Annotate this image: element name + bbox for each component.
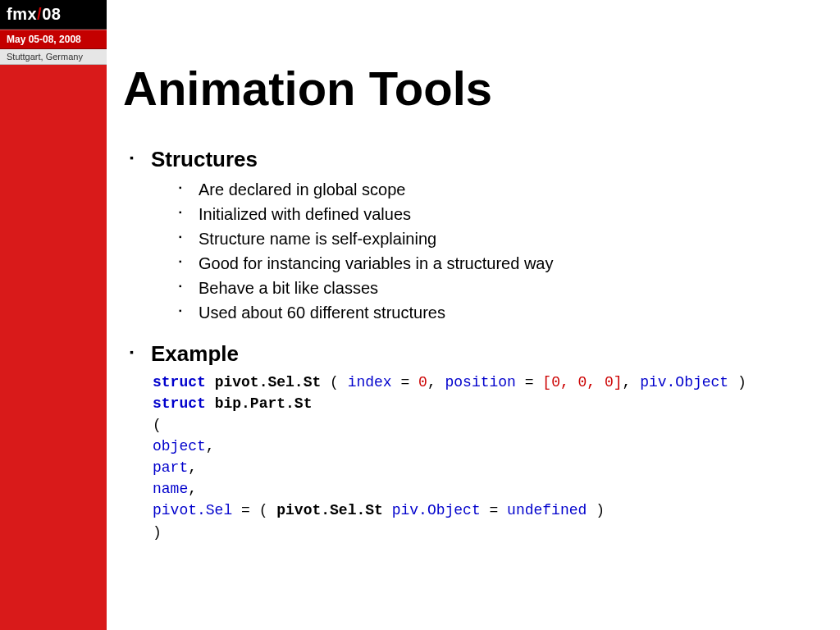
list-item: Used about 60 different structures (179, 300, 824, 325)
code-punct: , (206, 438, 215, 454)
code-var: piv.Object (640, 374, 728, 390)
code-struct-name: pivot.Sel.St (276, 502, 383, 518)
logo-text-pre: fmx (7, 5, 37, 23)
code-var: position (445, 374, 516, 390)
list-item: Good for instancing variables in a struc… (179, 251, 824, 276)
logo-date: May 05-08, 2008 (0, 30, 107, 49)
code-punct: ( (259, 502, 277, 518)
code-punct: = (481, 502, 507, 518)
code-punct: , (188, 481, 197, 497)
code-var: undefined (507, 502, 587, 518)
list-item: Structure name is self-explaining (179, 226, 824, 251)
code-punct: ) (153, 524, 162, 541)
section-structures: Structures Are declared in global scope … (123, 147, 824, 325)
list-item: Behave a bit like classes (179, 276, 824, 300)
logo-text-post: 08 (42, 5, 61, 23)
structures-bullets: Are declared in global scope Initialized… (151, 177, 824, 325)
code-punct: ( (153, 417, 162, 433)
code-struct-name: bip.Part.St (215, 395, 313, 412)
code-var: pivot.Sel (153, 502, 232, 518)
code-punct: , (623, 374, 641, 390)
code-punct: , (427, 374, 445, 390)
code-var: piv.Object (392, 502, 481, 518)
code-var: name (153, 481, 188, 497)
code-punct (383, 502, 392, 518)
section-example: Example struct pivot.Sel.St ( index = 0,… (123, 341, 824, 543)
code-punct: ) (587, 502, 605, 518)
code-keyword: struct (153, 374, 206, 390)
code-punct: , (188, 459, 197, 476)
slide-title: Animation Tools (123, 64, 824, 114)
logo-location: Stuttgart, Germany (0, 49, 107, 65)
slide: fmx/08 May 05-08, 2008 Stuttgart, German… (0, 0, 840, 630)
logo-top: fmx/08 (0, 0, 107, 30)
example-heading: Example (151, 341, 824, 367)
code-number: [0, 0, 0] (542, 374, 622, 390)
code-punct: ( (321, 374, 347, 390)
code-var: object (153, 438, 206, 454)
code-var: index (348, 374, 392, 390)
code-var: part (153, 459, 188, 476)
list-item: Are declared in global scope (179, 177, 824, 202)
code-punct: = (392, 374, 418, 390)
sidebar-red-bar (0, 0, 107, 630)
code-punct: = (516, 374, 542, 390)
code-number: 0 (418, 374, 427, 390)
list-item: Initialized with defined values (179, 202, 824, 226)
event-logo: fmx/08 May 05-08, 2008 Stuttgart, German… (0, 0, 107, 65)
code-struct-name: pivot.Sel.St (215, 374, 322, 390)
bullet-list: Structures Are declared in global scope … (123, 147, 824, 543)
code-punct: = (232, 502, 258, 518)
structures-heading: Structures (151, 147, 824, 172)
example-code: struct pivot.Sel.St ( index = 0, positio… (151, 372, 824, 543)
code-punct: ) (728, 374, 746, 390)
slide-content: Animation Tools Structures Are declared … (123, 64, 824, 559)
code-keyword: struct (153, 395, 206, 412)
